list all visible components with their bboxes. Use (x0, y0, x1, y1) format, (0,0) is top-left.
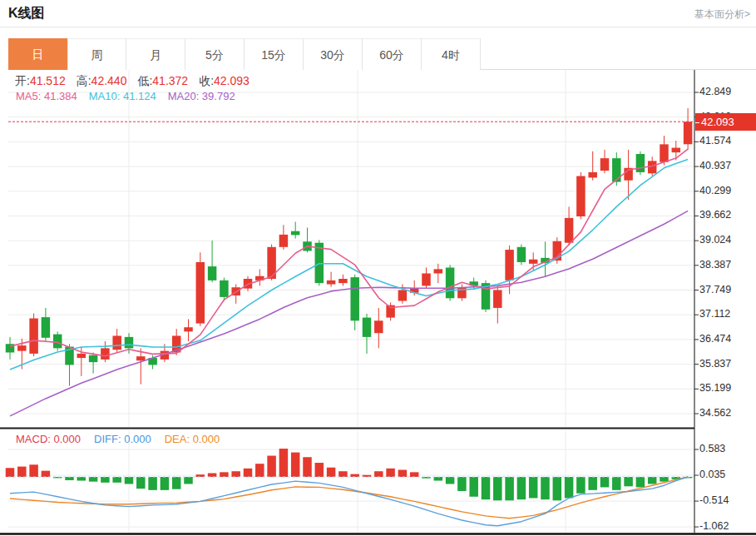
macd-tick-label: 0.035 (699, 469, 725, 480)
ma-legend: MA5: 41.384MA10: 41.124MA20: 39.792 (16, 90, 247, 102)
price-tick-label: 40.299 (699, 185, 731, 196)
badge-tick (695, 122, 699, 123)
tab-15min[interactable]: 15分 (245, 38, 304, 70)
ma-legend-item: MA5: 41.384 (16, 90, 77, 102)
kline-page: K线图 基本面分析> 日周月5分15分30分60分4时 开:41.512高:42… (0, 0, 756, 536)
ma20-line (10, 211, 688, 416)
price-tick-label: 39.024 (699, 234, 731, 246)
price-tick-label: 37.112 (699, 308, 730, 320)
price-tick-label: 39.662 (699, 209, 731, 221)
tab-day[interactable]: 日 (8, 38, 67, 70)
ohlc-label: 低: (137, 74, 152, 87)
price-tick-label: 35.837 (699, 358, 731, 370)
price-tick-label: 35.199 (699, 382, 731, 394)
tab-60min[interactable]: 60分 (363, 38, 422, 70)
macd-tick-label: -0.514 (699, 494, 729, 506)
last-price-value: 42.093 (701, 116, 734, 128)
macd-histogram (6, 449, 693, 500)
macd-legend-item: DIFF: 0.000 (94, 433, 151, 445)
price-tick-label: 34.562 (699, 407, 731, 419)
ohlc-value: 41.512 (30, 74, 66, 87)
ohlc-label: 收: (199, 74, 214, 87)
macd-legend-item: MACD: 0.000 (16, 433, 81, 445)
price-tick-label: 40.937 (699, 160, 731, 171)
ohlc-value: 42.440 (91, 74, 127, 87)
price-tick-label: 38.387 (699, 259, 731, 270)
ma5-line (10, 149, 688, 356)
ohlc-value: 42.093 (214, 74, 250, 87)
price-tick-label: 41.574 (699, 135, 731, 146)
axis-ticks (694, 92, 699, 527)
ma-legend-item: MA20: 39.792 (168, 90, 235, 102)
tab-4hour[interactable]: 4时 (422, 38, 481, 70)
ohlc-label: 高: (77, 74, 91, 87)
dea-line (10, 477, 688, 519)
ohlc-label: 开: (15, 74, 30, 87)
price-tick-label: 37.749 (699, 284, 731, 295)
tab-5min[interactable]: 5分 (185, 38, 245, 70)
tab-month[interactable]: 月 (126, 38, 185, 70)
macd-legend-item: DEA: 0.000 (165, 433, 220, 445)
macd-tick-label: -1.062 (699, 520, 729, 532)
macd-tick-label: 0.583 (699, 443, 725, 454)
price-tick-label: 42.849 (699, 86, 731, 97)
tab-week[interactable]: 周 (67, 38, 126, 70)
ohlc-legend: 开:41.512高:42.440低:41.372收:42.093 (15, 74, 260, 89)
candlestick-series (6, 108, 693, 386)
macd-legend: MACD: 0.000DIFF: 0.000DEA: 0.000 (16, 433, 233, 445)
last-price-badge: 42.093 (695, 113, 756, 131)
price-tick-label: 36.474 (699, 333, 731, 345)
ma-legend-item: MA10: 41.124 (89, 90, 156, 102)
tab-30min[interactable]: 30分 (304, 38, 363, 70)
ohlc-value: 41.372 (152, 74, 188, 87)
interval-tabbar: 日周月5分15分30分60分4时 (8, 38, 481, 70)
